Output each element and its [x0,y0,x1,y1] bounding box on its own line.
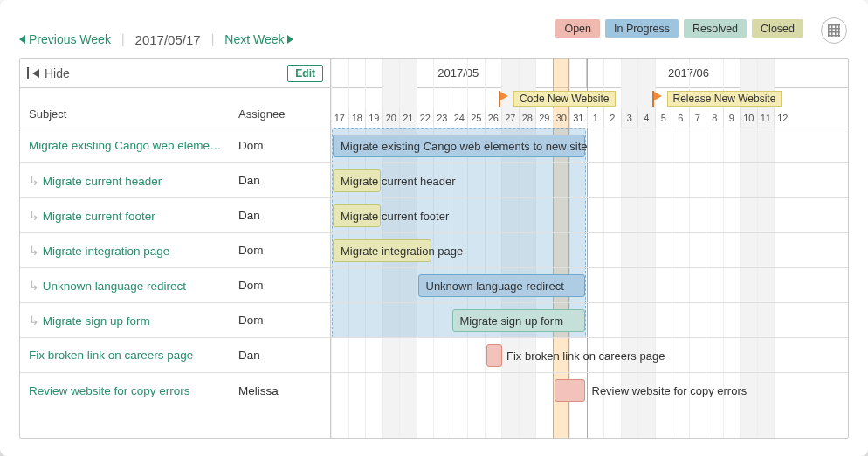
day-cell: 22 [417,108,434,128]
timeline-row: Migrate existing Cango web elements to n… [331,128,848,163]
day-cell: 24 [451,108,468,128]
column-header-assignee: Assignee [238,107,330,121]
grid-view-toggle[interactable] [821,17,847,44]
status-in-progress[interactable]: In Progress [605,19,679,38]
task-assignee: Dan [238,349,260,362]
day-cell: 11 [757,108,775,128]
day-cell: 5 [655,108,672,128]
gantt-bar[interactable]: Migrate current footer [333,204,381,227]
topbar: Previous Week | 2017/05/17 | Next Week O… [9,9,859,58]
day-cell: 20 [382,108,400,128]
milestone-label: Code New Website [513,91,616,107]
timeline-body: Migrate existing Cango web elements to n… [331,128,848,438]
timeline-row: Review website for copy errors [331,373,848,408]
gantt-bar-label: Review website for copy errors [587,379,747,402]
collapse-left-icon [27,67,39,79]
month-label: 2017/05 [331,59,587,87]
task-list-columns: Subject Assignee [20,88,330,128]
gantt-bar[interactable]: Migrate sign up form [452,309,585,332]
status-resolved[interactable]: Resolved [684,19,747,38]
flag-icon [498,91,510,107]
day-cell: 3 [621,108,638,128]
task-list-pane: Hide Edit Subject Assignee Migrate exist… [20,59,331,438]
timeline-row: Unknown language redirect [331,268,848,303]
task-row: Migrate existing Cango web eleme…Dom [20,128,330,163]
task-subject-link[interactable]: Migrate current footer [29,209,238,223]
gantt-bar[interactable] [555,379,585,402]
gantt-bar[interactable]: Migrate integration page [333,239,431,262]
day-cell: 21 [399,108,417,128]
task-assignee: Dan [238,209,260,222]
day-cell: 19 [365,108,382,128]
day-cell: 28 [519,108,536,128]
status-open[interactable]: Open [555,19,600,38]
day-cell: 30 [553,108,570,128]
status-legend: Open In Progress Resolved Closed [555,19,803,38]
gantt-board: Hide Edit Subject Assignee Migrate exist… [19,58,849,439]
milestone[interactable]: Code New Website [498,90,616,107]
task-assignee: Melissa [238,384,279,397]
timeline-row: Migrate current header [331,163,848,198]
day-cell: 31 [569,108,587,128]
gantt-bar[interactable]: Migrate current header [333,169,381,192]
task-assignee: Dom [238,139,264,152]
task-subject-link[interactable]: Migrate current header [29,174,238,188]
task-row: Migrate current headerDan [20,163,330,198]
task-list-header: Hide Edit [20,59,330,88]
task-rows: Migrate existing Cango web eleme…DomMigr… [20,128,330,408]
timeline-row: Migrate current footer [331,198,848,233]
day-header: Code New WebsiteRelease New Website 1718… [331,88,848,128]
day-cell: 29 [535,108,553,128]
gantt-bar[interactable] [486,344,502,367]
day-cell: 18 [348,108,366,128]
chevron-right-icon [287,35,293,44]
task-row: Review website for copy errorsMelissa [20,373,330,408]
task-row: Unknown language redirectDom [20,268,330,303]
milestone[interactable]: Release New Website [651,90,782,107]
gantt-bar[interactable]: Migrate existing Cango web elements to n… [333,135,585,157]
app-frame: Previous Week | 2017/05/17 | Next Week O… [0,0,868,456]
task-assignee: Dom [238,244,264,257]
day-cell: 25 [467,108,485,128]
timeline-row: Migrate integration page [331,233,848,268]
edit-button[interactable]: Edit [287,65,323,82]
task-assignee: Dom [238,279,264,292]
hide-panel-button[interactable]: Hide [27,66,70,80]
task-subject-link[interactable]: Fix broken link on careers page [29,349,238,362]
days-grid: 1718192021222324252627282930311234567891… [331,108,848,128]
task-subject-link[interactable]: Migrate integration page [29,244,238,258]
status-closed[interactable]: Closed [752,19,803,38]
current-date: 2017/05/17 [135,32,201,47]
day-cell: 2 [603,108,621,128]
next-week-label: Next Week [224,32,284,46]
day-cell: 10 [740,108,757,128]
day-cell: 17 [331,108,348,128]
day-cell: 9 [723,108,741,128]
nav-separator: | [211,32,215,46]
task-row: Fix broken link on careers pageDan [20,338,330,373]
day-cell: 12 [774,108,791,128]
day-cell: 4 [637,108,655,128]
timeline-pane: 2017/052017/06 Code New WebsiteRelease N… [331,59,848,438]
month-header: 2017/052017/06 [331,59,848,88]
previous-week-label: Previous Week [29,32,111,46]
task-row: Migrate sign up formDom [20,303,330,338]
previous-week-link[interactable]: Previous Week [19,32,111,46]
task-subject-link[interactable]: Review website for copy errors [29,384,238,397]
task-assignee: Dan [238,174,260,187]
task-subject-link[interactable]: Migrate existing Cango web eleme… [29,139,238,152]
nav-separator: | [121,32,125,46]
hide-label: Hide [45,66,70,80]
column-header-subject: Subject [29,107,238,121]
task-subject-link[interactable]: Unknown language redirect [29,279,238,293]
app-inner: Previous Week | 2017/05/17 | Next Week O… [9,9,859,447]
day-cell: 7 [689,108,706,128]
grid-icon [828,24,840,37]
next-week-link[interactable]: Next Week [224,32,293,46]
day-cell: 27 [501,108,519,128]
day-cell: 6 [672,108,689,128]
gantt-bar[interactable]: Unknown language redirect [418,274,585,297]
gantt-bar-label: Fix broken link on careers page [501,344,665,367]
day-cell: 8 [706,108,723,128]
task-subject-link[interactable]: Migrate sign up form [29,314,238,328]
